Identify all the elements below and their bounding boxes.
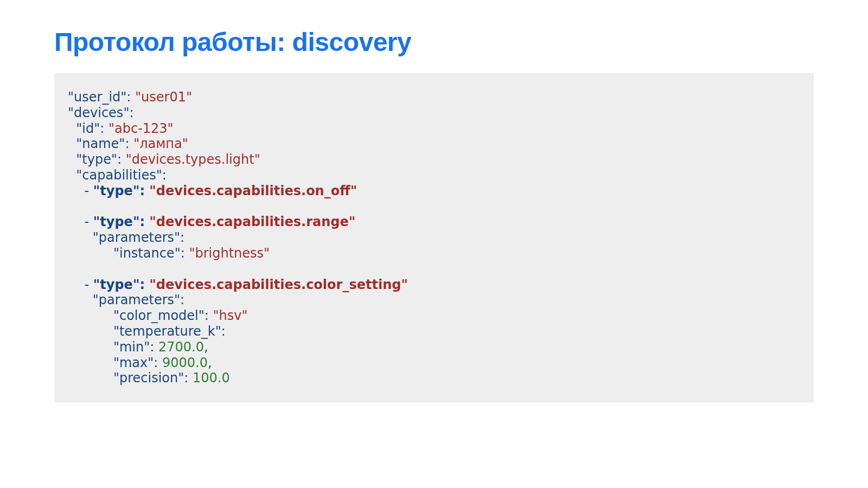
json-key: "type" <box>76 152 117 167</box>
json-key: "id" <box>76 121 100 136</box>
code-line: "parameters": <box>68 292 800 308</box>
code-line: "type": "devices.types.light" <box>68 152 800 168</box>
json-punct: : <box>181 246 189 261</box>
code-line: - "type": "devices.capabilities.range" <box>68 214 800 230</box>
json-key: "instance" <box>113 246 181 261</box>
json-key: "devices" <box>68 105 129 120</box>
json-key: "precision" <box>113 370 184 386</box>
json-punct: : <box>150 339 158 355</box>
page-title: Протокол работы: discovery <box>54 27 814 57</box>
json-key: "parameters" <box>93 230 180 245</box>
json-key: "type" <box>93 183 140 198</box>
json-punct: : <box>126 89 135 105</box>
json-dash: - <box>85 277 93 292</box>
slide: Протокол работы: discovery "user_id": "u… <box>0 0 868 402</box>
code-line: "id": "abc-123" <box>68 121 800 137</box>
code-line: "devices": <box>68 105 800 121</box>
json-punct: : <box>180 230 184 245</box>
json-string: "brightness" <box>189 246 270 261</box>
json-string: "devices.capabilities.range" <box>149 214 355 229</box>
code-line: "precision": 100.0 <box>68 370 800 386</box>
code-line: "parameters": <box>68 230 800 246</box>
code-line: "name": "лампа" <box>68 136 800 152</box>
json-string: "user01" <box>135 89 192 105</box>
json-key: "color_model" <box>113 308 205 323</box>
json-number: 2700.0 <box>158 339 204 355</box>
code-line: "temperature_k": <box>68 324 800 339</box>
json-number: 100.0 <box>193 370 230 386</box>
json-string: "devices.capabilities.color_setting" <box>149 277 408 292</box>
json-key: "capabilities" <box>76 168 162 183</box>
json-punct: : <box>139 183 149 198</box>
json-string: "hsv" <box>213 308 248 323</box>
json-punct: : <box>205 308 213 323</box>
json-key: "type" <box>93 214 140 229</box>
code-line: "instance": "brightness" <box>68 246 800 261</box>
json-punct: : <box>162 168 167 183</box>
json-punct: , <box>204 339 208 355</box>
code-block: "user_id": "user01""devices": "id": "abc… <box>54 73 814 402</box>
code-line: "capabilities": <box>68 168 800 183</box>
json-punct: : <box>139 214 149 229</box>
json-key: "type" <box>93 277 140 292</box>
json-key: "min" <box>113 339 150 355</box>
json-key: "name" <box>76 136 125 151</box>
json-string: "лампа" <box>133 136 188 151</box>
json-dash: - <box>85 214 93 229</box>
code-line <box>68 199 800 215</box>
code-line: "max": 9000.0, <box>68 355 800 371</box>
json-punct: : <box>180 292 184 307</box>
code-line: - "type": "devices.capabilities.color_se… <box>68 277 800 293</box>
json-number: 9000.0 <box>162 355 208 370</box>
json-key: "max" <box>113 355 154 370</box>
json-dash: - <box>85 183 93 198</box>
json-punct: , <box>208 355 212 370</box>
json-punct: : <box>100 121 108 136</box>
json-punct: : <box>139 277 149 292</box>
json-punct: : <box>184 370 193 386</box>
json-punct: : <box>154 355 162 370</box>
json-punct: : <box>221 324 226 339</box>
json-string: "devices.capabilities.on_off" <box>149 183 357 198</box>
json-punct: : <box>129 105 133 120</box>
code-line: "color_model": "hsv" <box>68 308 800 324</box>
code-line <box>68 261 800 277</box>
json-string: "devices.types.light" <box>126 152 260 167</box>
code-line: - "type": "devices.capabilities.on_off" <box>68 183 800 199</box>
code-line: "min": 2700.0, <box>68 339 800 355</box>
json-key: "parameters" <box>93 292 180 307</box>
json-key: "temperature_k" <box>113 324 221 339</box>
code-line: "user_id": "user01" <box>68 89 800 105</box>
json-string: "abc-123" <box>108 121 174 136</box>
json-punct: : <box>117 152 126 167</box>
json-key: "user_id" <box>68 89 126 105</box>
json-punct: : <box>125 136 133 151</box>
